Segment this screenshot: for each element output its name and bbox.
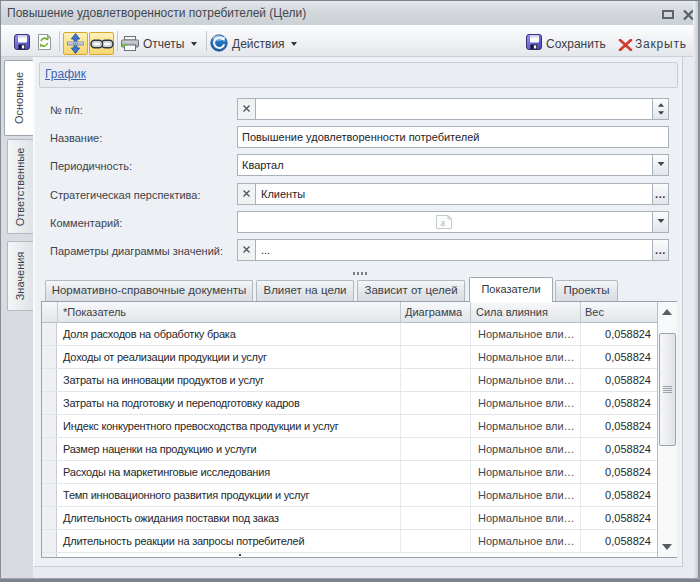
svg-text:a: a: [441, 217, 446, 228]
